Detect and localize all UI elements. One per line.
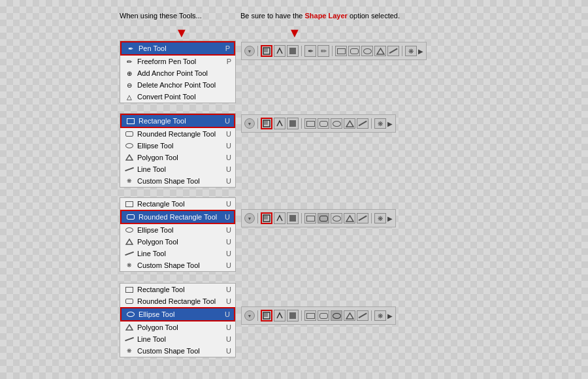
rr-fill-icon xyxy=(289,214,297,222)
el-line-item[interactable]: Line Tool U xyxy=(120,333,235,345)
rect-ellipse-icon xyxy=(333,121,341,127)
rr-fill-btn[interactable] xyxy=(287,212,299,224)
el-ellipse-shortcut: U xyxy=(225,310,230,318)
delete-anchor-item[interactable]: ⊖ Delete Anchor Point Tool xyxy=(120,79,235,91)
el-path-btn[interactable] xyxy=(274,310,286,321)
pen-tool-dropdown[interactable]: ✒ Pen Tool P ✏ Freeform Pen Tool P ⊕ Add… xyxy=(120,41,236,103)
rect-color-btn[interactable]: ▼ xyxy=(244,118,255,129)
pen-auto-btn[interactable]: ✒ xyxy=(304,45,316,57)
rr-line-btn[interactable] xyxy=(357,213,368,223)
rr-ellipse-item[interactable]: Ellipse Tool U xyxy=(120,224,235,236)
ellipse-shape-btn[interactable] xyxy=(361,46,373,56)
rect-fill-btn[interactable] xyxy=(287,118,299,129)
rect-ellipse-btn[interactable] xyxy=(331,118,342,129)
el-shape-layer-btn[interactable] xyxy=(261,310,272,321)
el-ellipse-btn[interactable] xyxy=(331,310,342,321)
el-rounded-btn[interactable] xyxy=(318,310,329,321)
header-left: When using these Tools... xyxy=(120,12,202,20)
rect-shape-btn[interactable] xyxy=(335,46,347,56)
convert-point-item[interactable]: △ Convert Point Tool xyxy=(120,91,235,103)
custom-shape-btn[interactable]: ❋ xyxy=(405,46,417,56)
rr-rounded-item[interactable]: Rounded Rectangle Tool U xyxy=(120,210,235,224)
el-shape-layer-icon xyxy=(263,312,270,320)
rect-more-arrow: ▶ xyxy=(387,120,393,127)
rr-custom-btn[interactable]: ❋ xyxy=(374,213,386,223)
rr-custom-shape-icon: ❋ xyxy=(378,215,383,222)
el-custom-label: Custom Shape Tool xyxy=(137,347,200,355)
rect-tool-shortcut: U xyxy=(225,117,230,125)
rr-ellipse-btn[interactable] xyxy=(331,213,342,223)
polygon2-item[interactable]: Polygon Tool U xyxy=(120,152,235,163)
rr-line-shortcut: U xyxy=(226,250,231,257)
rect-line-btn[interactable] xyxy=(357,118,368,129)
rr-line-shape-icon xyxy=(359,216,367,221)
rr-rect-btn[interactable] xyxy=(304,213,316,223)
el-fill-btn[interactable] xyxy=(287,310,299,321)
rect-tool-icon xyxy=(125,116,136,125)
more-arrow: ▶ xyxy=(418,48,423,55)
fill-pixels-btn[interactable] xyxy=(287,45,299,57)
el-sep1 xyxy=(257,310,258,321)
rr-line-item[interactable]: Line Tool U xyxy=(120,248,235,259)
el-rounded-item[interactable]: Rounded Rectangle Tool U xyxy=(120,295,235,307)
rr-polygon-item[interactable]: Polygon Tool U xyxy=(120,236,235,248)
add-anchor-item[interactable]: ⊕ Add Anchor Point Tool xyxy=(120,67,235,79)
shape-layer-icon xyxy=(263,47,270,55)
el-ellipse-item[interactable]: Ellipse Tool U xyxy=(120,307,235,321)
el-line-shortcut: U xyxy=(226,335,231,343)
rr-color-btn[interactable]: ▼ xyxy=(244,213,255,223)
polygon2-shortcut: U xyxy=(226,154,231,161)
svg-marker-3 xyxy=(377,48,384,54)
rect-options-bar: ▼ xyxy=(241,114,396,133)
rr-custom-shortcut: U xyxy=(226,261,231,269)
rect-poly-btn[interactable] xyxy=(344,118,355,129)
line2-icon xyxy=(124,165,135,174)
el-rect-icon xyxy=(124,285,135,294)
rr-custom-item[interactable]: ❋ Custom Shape Tool U xyxy=(120,259,235,271)
pen-color-btn[interactable]: ▼ xyxy=(244,46,255,56)
rect-path-btn[interactable] xyxy=(274,118,286,129)
rect-tool-dropdown[interactable]: Rectangle Tool U Rounded Rectangle Tool … xyxy=(120,113,236,188)
line2-item[interactable]: Line Tool U xyxy=(120,163,235,175)
el-rect-btn[interactable] xyxy=(304,310,316,321)
rounded-rect2-item[interactable]: Rounded Rectangle Tool U xyxy=(120,128,235,140)
svg-rect-11 xyxy=(264,216,268,220)
el-custom-shape-icon: ❋ xyxy=(378,312,383,320)
polygon2-label: Polygon Tool xyxy=(137,154,178,161)
rr-path-btn[interactable] xyxy=(274,212,286,224)
polygon-shape-btn[interactable] xyxy=(374,46,386,56)
rect-tool-item[interactable]: Rectangle Tool U xyxy=(120,114,235,128)
el-line-btn[interactable] xyxy=(357,310,368,321)
rect-custom-btn[interactable]: ❋ xyxy=(374,118,386,129)
ellipse-shape-icon xyxy=(363,48,372,54)
pen-freeform-btn[interactable]: ✏ xyxy=(318,45,329,57)
path-btn[interactable] xyxy=(274,45,286,57)
el-polygon-item[interactable]: Polygon Tool U xyxy=(120,321,235,333)
custom2-item[interactable]: ❋ Custom Shape Tool U xyxy=(120,175,235,187)
line-shape-btn[interactable] xyxy=(387,46,399,56)
freeform-pen-item[interactable]: ✏ Freeform Pen Tool P xyxy=(120,56,235,67)
sep1 xyxy=(257,46,258,56)
ellipse-dropdown[interactable]: Rectangle Tool U Rounded Rectangle Tool … xyxy=(120,283,236,357)
rr-shape-layer-btn[interactable] xyxy=(261,212,272,224)
rounded-rect-dropdown[interactable]: Rectangle Tool U Rounded Rectangle Tool … xyxy=(120,197,236,272)
ellipse2-item[interactable]: Ellipse Tool U xyxy=(120,140,235,152)
el-color-btn[interactable]: ▼ xyxy=(244,310,255,321)
rect-rect-btn[interactable] xyxy=(304,118,316,129)
el-rect-item[interactable]: Rectangle Tool U xyxy=(120,284,235,295)
rr-poly-btn[interactable] xyxy=(344,213,355,223)
pen-tool-item[interactable]: ✒ Pen Tool P xyxy=(120,41,235,56)
rr-rect-item[interactable]: Rectangle Tool U xyxy=(120,198,235,210)
shape-layer-btn[interactable] xyxy=(261,45,272,57)
rr-ellipse-icon xyxy=(124,225,135,235)
rr-rounded-btn[interactable] xyxy=(318,213,329,223)
rr-custom-icon: ❋ xyxy=(124,261,135,270)
el-rect-label: Rectangle Tool xyxy=(137,286,185,293)
el-poly-btn[interactable] xyxy=(344,310,355,321)
el-custom-btn[interactable]: ❋ xyxy=(374,310,386,321)
ellipse2-icon xyxy=(124,141,135,150)
rect-rounded-btn[interactable] xyxy=(318,118,329,129)
el-custom-item[interactable]: ❋ Custom Shape Tool U xyxy=(120,345,235,357)
rect-shape-layer-btn[interactable] xyxy=(261,118,272,129)
rounded-shape-btn[interactable] xyxy=(348,46,360,56)
